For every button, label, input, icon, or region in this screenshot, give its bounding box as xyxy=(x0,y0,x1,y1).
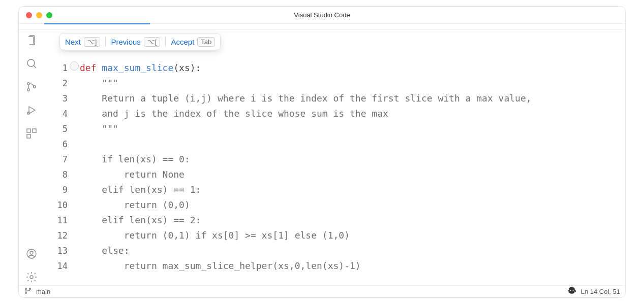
svg-point-0 xyxy=(27,59,35,66)
line-content[interactable]: else: xyxy=(80,243,130,258)
minimize-window-button[interactable] xyxy=(36,12,42,18)
line-content[interactable]: elif len(xs) == 1: xyxy=(80,182,201,197)
svg-line-1 xyxy=(34,65,36,68)
copilot-icon[interactable] xyxy=(567,286,577,297)
branch-name[interactable]: main xyxy=(36,288,50,295)
code-line[interactable]: 12 return (0,1) if xs[0] >= xs[1] else (… xyxy=(44,228,625,243)
line-number: 12 xyxy=(44,228,80,243)
code-line[interactable]: 5 """ xyxy=(44,121,625,137)
code-line[interactable]: 6 xyxy=(44,137,625,152)
line-number: 2 xyxy=(44,76,80,91)
line-number: 10 xyxy=(44,197,80,213)
accounts-icon[interactable] xyxy=(25,248,38,262)
code-line[interactable]: 9 elif len(xs) == 1: xyxy=(44,182,625,197)
line-content[interactable]: if len(xs) == 0: xyxy=(80,152,190,167)
svg-rect-9 xyxy=(27,134,30,138)
code-line[interactable]: 11 elif len(xs) == 2: xyxy=(44,213,625,228)
previous-suggestion-button[interactable]: Previous xyxy=(111,38,140,46)
line-number: 14 xyxy=(44,258,80,274)
svg-rect-7 xyxy=(27,129,30,132)
toolbar-separator xyxy=(165,37,166,47)
code-line[interactable]: 13 else: xyxy=(44,243,625,258)
svg-point-14 xyxy=(25,292,27,294)
branch-icon[interactable] xyxy=(24,287,32,296)
line-content[interactable]: return max_sum_slice_helper(xs,0,len(xs)… xyxy=(80,258,361,274)
source-control-icon[interactable] xyxy=(25,81,38,95)
code-line[interactable]: 8 return None xyxy=(44,167,625,182)
svg-point-11 xyxy=(30,251,33,254)
window-title: Visual Studio Code xyxy=(19,11,625,19)
accept-suggestion-button[interactable]: Accept xyxy=(171,38,194,46)
svg-point-12 xyxy=(30,276,33,279)
line-content[interactable]: and j is the index of the slice whose su… xyxy=(80,106,388,121)
line-content[interactable]: Return a tuple (i,j) where i is the inde… xyxy=(80,91,532,106)
previous-key-hint: ⌥[ xyxy=(144,37,161,47)
code-line[interactable]: 4 and j is the index of the slice whose … xyxy=(44,106,625,121)
editor-area[interactable]: Next ⌥] Previous ⌥[ Accept Tab 1def max_… xyxy=(44,30,625,285)
settings-gear-icon[interactable] xyxy=(25,271,38,285)
code-line[interactable]: 1def max_sum_slice(xs): xyxy=(44,60,625,76)
maximize-window-button[interactable] xyxy=(46,12,52,18)
code-editor[interactable]: 1def max_sum_slice(xs):2 """3 Return a t… xyxy=(44,60,625,285)
code-line[interactable]: 7 if len(xs) == 0: xyxy=(44,152,625,167)
line-number: 4 xyxy=(44,106,80,121)
toolbar-separator xyxy=(105,37,106,47)
tab-bar xyxy=(19,24,625,30)
line-number: 9 xyxy=(44,182,80,197)
next-suggestion-button[interactable]: Next xyxy=(65,38,81,46)
line-content[interactable]: def max_sum_slice(xs): xyxy=(80,60,201,76)
line-number: 7 xyxy=(44,152,80,167)
main-body: Next ⌥] Previous ⌥[ Accept Tab 1def max_… xyxy=(19,30,625,285)
next-key-hint: ⌥] xyxy=(84,37,101,47)
svg-point-15 xyxy=(29,288,31,290)
window-controls xyxy=(26,12,52,18)
activity-bar xyxy=(19,30,44,285)
accept-key-hint: Tab xyxy=(197,37,215,47)
svg-marker-5 xyxy=(29,107,35,114)
status-bar: main Ln 14 Col, 51 xyxy=(19,285,625,297)
explorer-icon[interactable] xyxy=(25,34,38,48)
active-tab-indicator xyxy=(44,23,150,24)
line-number: 11 xyxy=(44,213,80,228)
extensions-icon[interactable] xyxy=(25,127,38,142)
inline-suggest-toolbar: Next ⌥] Previous ⌥[ Accept Tab xyxy=(59,33,221,50)
code-line[interactable]: 10 return (0,0) xyxy=(44,197,625,213)
line-content[interactable]: return (0,0) xyxy=(80,197,190,213)
search-icon[interactable] xyxy=(25,57,38,72)
svg-point-13 xyxy=(25,288,27,290)
app-window: Visual Studio Code xyxy=(18,6,626,298)
line-content[interactable]: return (0,1) if xs[0] >= xs[1] else (1,0… xyxy=(80,228,350,243)
svg-point-6 xyxy=(27,112,29,114)
line-number: 1 xyxy=(44,60,80,76)
line-number: 3 xyxy=(44,91,80,106)
code-line[interactable]: 2 """ xyxy=(44,76,625,91)
svg-point-3 xyxy=(27,89,29,91)
line-content[interactable]: return None xyxy=(80,167,185,182)
close-window-button[interactable] xyxy=(26,12,32,18)
line-number: 8 xyxy=(44,167,80,182)
line-content[interactable]: """ xyxy=(80,76,118,91)
line-number: 13 xyxy=(44,243,80,258)
code-line[interactable]: 14 return max_sum_slice_helper(xs,0,len(… xyxy=(44,258,625,274)
titlebar: Visual Studio Code xyxy=(19,7,625,24)
line-number: 6 xyxy=(44,137,80,152)
line-content[interactable]: elif len(xs) == 2: xyxy=(80,213,201,228)
line-content[interactable]: """ xyxy=(80,121,118,137)
svg-rect-8 xyxy=(33,129,36,132)
code-line[interactable]: 3 Return a tuple (i,j) where i is the in… xyxy=(44,91,625,106)
svg-point-2 xyxy=(27,83,29,85)
run-debug-icon[interactable] xyxy=(25,104,38,118)
line-number: 5 xyxy=(44,121,80,137)
cursor-position[interactable]: Ln 14 Col, 51 xyxy=(581,288,620,295)
